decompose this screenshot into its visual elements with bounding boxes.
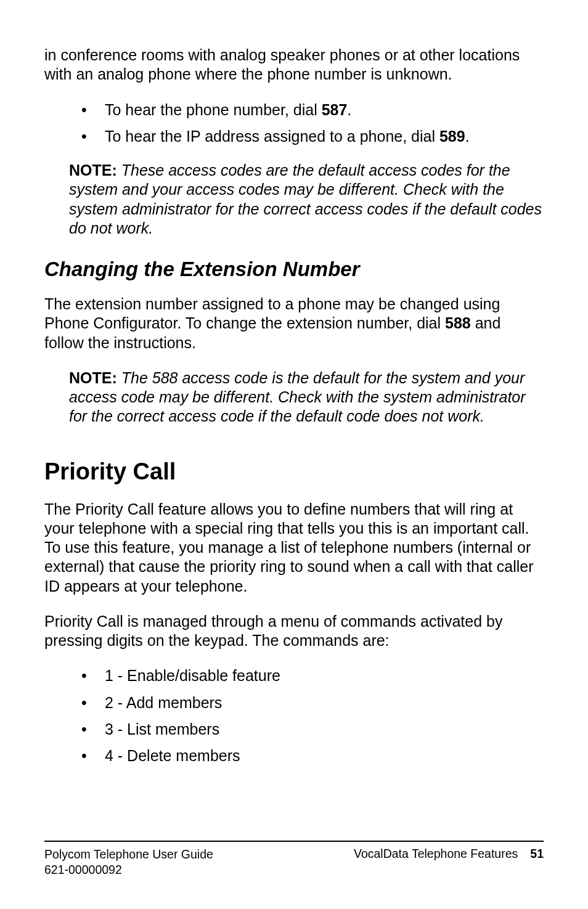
priority-indent-block: 1 - Enable/disable feature 2 - Add membe… [69, 666, 544, 765]
priority-para-2: Priority Call is managed through a menu … [44, 612, 544, 651]
footer-row: Polycom Telephone User Guide 621-0000009… [44, 847, 544, 877]
ext-para-pre: The extension number assigned to a phone… [44, 295, 500, 332]
note-label: NOTE: [69, 161, 117, 179]
note-block: NOTE: These access codes are the default… [69, 161, 544, 238]
intro-paragraph: in conference rooms with analog speaker … [44, 46, 544, 84]
ext-indent-block: NOTE: The 588 access code is the default… [69, 369, 544, 426]
footer-left: Polycom Telephone User Guide 621-0000009… [44, 847, 213, 877]
footer-rule [44, 841, 544, 842]
footer-left-line2: 621-00000092 [44, 862, 213, 877]
heading-priority-call: Priority Call [44, 459, 544, 485]
bullet-text: 1 - Enable/disable feature [105, 667, 280, 684]
priority-bullet-list: 1 - Enable/disable feature 2 - Add membe… [69, 666, 544, 765]
bullet-text-post: . [347, 101, 351, 118]
list-item: To hear the phone number, dial 587. [69, 100, 544, 120]
footer-left-line1: Polycom Telephone User Guide [44, 847, 213, 862]
bullet-text: 2 - Add members [105, 694, 222, 711]
page-number: 51 [530, 847, 544, 860]
bullet-text-pre: To hear the IP address assigned to a pho… [105, 128, 439, 145]
page-footer: Polycom Telephone User Guide 621-0000009… [44, 841, 544, 877]
bullet-text-bold: 587 [322, 101, 348, 118]
page: in conference rooms with analog speaker … [0, 0, 588, 909]
bullet-text: 3 - List members [105, 720, 219, 738]
intro-bullet-list: To hear the phone number, dial 587. To h… [69, 100, 544, 147]
ext-paragraph: The extension number assigned to a phone… [44, 295, 544, 353]
ext-para-bold: 588 [445, 314, 471, 332]
note-body: The 588 access code is the default for t… [69, 369, 526, 425]
bullet-text-pre: To hear the phone number, dial [105, 101, 322, 118]
note-block: NOTE: The 588 access code is the default… [69, 369, 544, 426]
priority-para-1: The Priority Call feature allows you to … [44, 500, 544, 596]
note-body-text: These access codes are the default acces… [69, 161, 542, 237]
list-item: 1 - Enable/disable feature [69, 666, 544, 685]
intro-indent-block: To hear the phone number, dial 587. To h… [69, 100, 544, 238]
note-body-text: The 588 access code is the default for t… [69, 369, 526, 425]
note-body: These access codes are the default acces… [69, 161, 542, 237]
list-item: To hear the IP address assigned to a pho… [69, 127, 544, 146]
bullet-text-post: . [465, 128, 470, 145]
bullet-text: 4 - Delete members [105, 747, 240, 764]
footer-right: VocalData Telephone Features51 [354, 847, 544, 861]
heading-changing-extension: Changing the Extension Number [44, 258, 544, 281]
footer-right-text: VocalData Telephone Features [354, 847, 518, 860]
list-item: 3 - List members [69, 720, 544, 739]
list-item: 2 - Add members [69, 693, 544, 712]
bullet-text-bold: 589 [439, 128, 465, 145]
list-item: 4 - Delete members [69, 746, 544, 765]
note-label: NOTE: [69, 369, 117, 386]
